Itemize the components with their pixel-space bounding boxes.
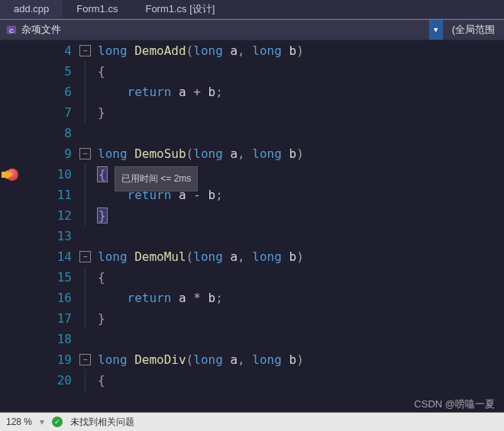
code-line[interactable]: return a * b;: [79, 288, 504, 308]
project-dropdown[interactable]: C 杂项文件: [0, 23, 429, 37]
line-number: 16: [26, 288, 72, 308]
code-line[interactable]: {: [79, 267, 504, 288]
breakpoint-margin[interactable]: [0, 40, 26, 414]
fold-toggle[interactable]: −: [79, 148, 91, 159]
line-number: 19: [26, 349, 72, 370]
line-number: 11: [26, 185, 72, 205]
chevron-down-icon: ▼: [434, 26, 438, 34]
perf-tooltip: 已用时间 <= 2ms: [115, 166, 198, 191]
zoom-level[interactable]: 128 %: [6, 417, 32, 427]
line-number: 5: [26, 61, 72, 82]
code-editor[interactable]: 4567891011121314151617181920 −long DemoA…: [0, 40, 504, 414]
line-number: 8: [26, 123, 72, 143]
fold-toggle[interactable]: −: [79, 251, 91, 262]
check-icon: ✓: [52, 417, 63, 427]
current-line-arrow-icon: [6, 170, 13, 179]
code-line[interactable]: {: [79, 61, 504, 82]
context-toolbar: C 杂项文件 ▼ (全局范围: [0, 19, 504, 40]
line-number: 17: [26, 308, 72, 329]
watermark: CSDN @唠嗑一夏: [414, 397, 495, 411]
code-line[interactable]: {: [79, 370, 504, 391]
line-number: 4: [26, 40, 72, 61]
fold-toggle[interactable]: −: [79, 45, 91, 56]
fold-toggle[interactable]: −: [79, 354, 91, 365]
code-line[interactable]: }: [79, 205, 504, 226]
svg-text:C: C: [9, 27, 14, 34]
line-number: 10: [26, 164, 72, 185]
line-number: 7: [26, 102, 72, 123]
code-line[interactable]: {已用时间 <= 2ms: [79, 164, 504, 185]
line-number: 12: [26, 205, 72, 226]
zoom-dropdown-icon[interactable]: ▾: [40, 417, 44, 427]
line-number: 13: [26, 226, 72, 246]
code-line[interactable]: −long DemoSub(long a, long b): [79, 143, 504, 164]
tab-bar: add.cpp Form1.cs Form1.cs [设计]: [0, 0, 504, 19]
dropdown-button[interactable]: ▼: [429, 20, 443, 40]
line-number: 6: [26, 82, 72, 102]
code-line[interactable]: −long DemoMul(long a, long b): [79, 246, 504, 267]
tab-add-cpp[interactable]: add.cpp: [0, 0, 63, 18]
line-number: 18: [26, 329, 72, 349]
code-line[interactable]: −long DemoDiv(long a, long b): [79, 349, 504, 370]
tab-form1-design[interactable]: Form1.cs [设计]: [131, 0, 228, 18]
scope-label[interactable]: (全局范围: [443, 23, 504, 37]
line-number-gutter: 4567891011121314151617181920: [26, 40, 79, 414]
code-line[interactable]: [79, 329, 504, 349]
code-line[interactable]: }: [79, 102, 504, 123]
code-line[interactable]: [79, 123, 504, 143]
issues-text[interactable]: 未找到相关问题: [70, 416, 134, 429]
line-number: 14: [26, 246, 72, 267]
code-line[interactable]: return a + b;: [79, 82, 504, 102]
code-line[interactable]: [79, 226, 504, 246]
line-number: 15: [26, 267, 72, 288]
code-line[interactable]: }: [79, 308, 504, 329]
line-number: 20: [26, 370, 72, 391]
line-number: 9: [26, 143, 72, 164]
code-line[interactable]: −long DemoAdd(long a, long b): [79, 40, 504, 61]
tab-form1-cs[interactable]: Form1.cs: [63, 0, 131, 18]
csharp-file-icon: C: [6, 24, 17, 35]
project-name: 杂项文件: [21, 23, 61, 37]
code-area[interactable]: −long DemoAdd(long a, long b){ return a …: [79, 40, 504, 414]
status-bar: 128 % ▾ ✓ 未找到相关问题: [0, 412, 504, 431]
